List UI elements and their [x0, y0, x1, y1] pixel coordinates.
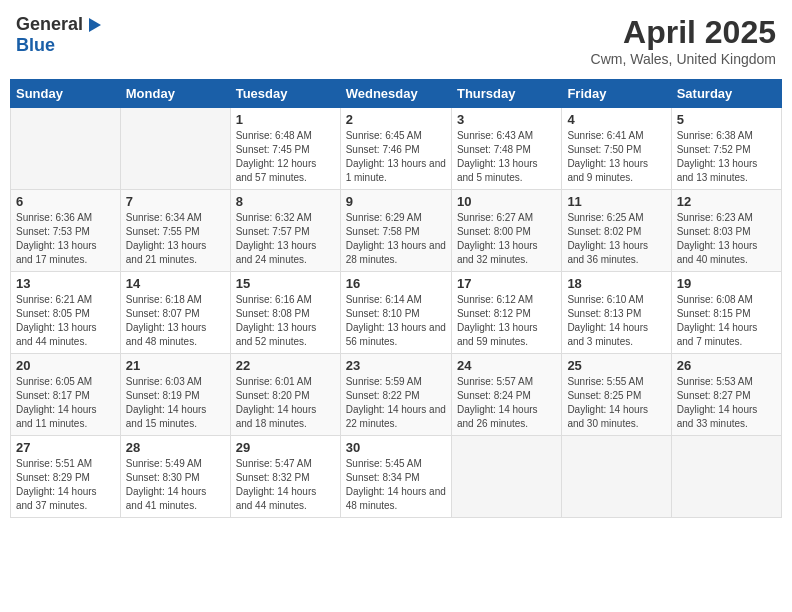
calendar-cell: 4Sunrise: 6:41 AM Sunset: 7:50 PM Daylig… [562, 108, 671, 190]
day-number: 2 [346, 112, 446, 127]
weekday-header-saturday: Saturday [671, 80, 781, 108]
calendar-table: SundayMondayTuesdayWednesdayThursdayFrid… [10, 79, 782, 518]
day-number: 13 [16, 276, 115, 291]
day-number: 3 [457, 112, 556, 127]
day-number: 18 [567, 276, 665, 291]
day-number: 26 [677, 358, 776, 373]
day-number: 12 [677, 194, 776, 209]
day-info: Sunrise: 6:38 AM Sunset: 7:52 PM Dayligh… [677, 129, 776, 185]
calendar-cell [11, 108, 121, 190]
calendar-cell: 2Sunrise: 6:45 AM Sunset: 7:46 PM Daylig… [340, 108, 451, 190]
calendar-cell: 5Sunrise: 6:38 AM Sunset: 7:52 PM Daylig… [671, 108, 781, 190]
logo-triangle-icon [85, 16, 103, 34]
day-number: 17 [457, 276, 556, 291]
day-number: 20 [16, 358, 115, 373]
day-info: Sunrise: 5:57 AM Sunset: 8:24 PM Dayligh… [457, 375, 556, 431]
calendar-week-row: 6Sunrise: 6:36 AM Sunset: 7:53 PM Daylig… [11, 190, 782, 272]
day-info: Sunrise: 6:01 AM Sunset: 8:20 PM Dayligh… [236, 375, 335, 431]
day-info: Sunrise: 6:27 AM Sunset: 8:00 PM Dayligh… [457, 211, 556, 267]
day-number: 4 [567, 112, 665, 127]
day-info: Sunrise: 6:48 AM Sunset: 7:45 PM Dayligh… [236, 129, 335, 185]
calendar-week-row: 20Sunrise: 6:05 AM Sunset: 8:17 PM Dayli… [11, 354, 782, 436]
location-subtitle: Cwm, Wales, United Kingdom [591, 51, 776, 67]
calendar-cell: 18Sunrise: 6:10 AM Sunset: 8:13 PM Dayli… [562, 272, 671, 354]
calendar-cell: 27Sunrise: 5:51 AM Sunset: 8:29 PM Dayli… [11, 436, 121, 518]
calendar-cell: 6Sunrise: 6:36 AM Sunset: 7:53 PM Daylig… [11, 190, 121, 272]
day-number: 10 [457, 194, 556, 209]
day-info: Sunrise: 6:41 AM Sunset: 7:50 PM Dayligh… [567, 129, 665, 185]
logo-general-text: General [16, 14, 83, 35]
day-info: Sunrise: 6:21 AM Sunset: 8:05 PM Dayligh… [16, 293, 115, 349]
day-number: 24 [457, 358, 556, 373]
day-info: Sunrise: 6:25 AM Sunset: 8:02 PM Dayligh… [567, 211, 665, 267]
calendar-header-row: SundayMondayTuesdayWednesdayThursdayFrid… [11, 80, 782, 108]
day-number: 14 [126, 276, 225, 291]
day-number: 5 [677, 112, 776, 127]
logo-blue-text: Blue [16, 35, 55, 56]
calendar-week-row: 27Sunrise: 5:51 AM Sunset: 8:29 PM Dayli… [11, 436, 782, 518]
calendar-cell: 21Sunrise: 6:03 AM Sunset: 8:19 PM Dayli… [120, 354, 230, 436]
calendar-cell: 30Sunrise: 5:45 AM Sunset: 8:34 PM Dayli… [340, 436, 451, 518]
calendar-cell: 20Sunrise: 6:05 AM Sunset: 8:17 PM Dayli… [11, 354, 121, 436]
day-info: Sunrise: 5:55 AM Sunset: 8:25 PM Dayligh… [567, 375, 665, 431]
weekday-header-monday: Monday [120, 80, 230, 108]
day-info: Sunrise: 6:43 AM Sunset: 7:48 PM Dayligh… [457, 129, 556, 185]
day-info: Sunrise: 6:10 AM Sunset: 8:13 PM Dayligh… [567, 293, 665, 349]
calendar-cell: 23Sunrise: 5:59 AM Sunset: 8:22 PM Dayli… [340, 354, 451, 436]
day-number: 29 [236, 440, 335, 455]
title-section: April 2025 Cwm, Wales, United Kingdom [591, 14, 776, 67]
calendar-cell: 1Sunrise: 6:48 AM Sunset: 7:45 PM Daylig… [230, 108, 340, 190]
day-info: Sunrise: 6:12 AM Sunset: 8:12 PM Dayligh… [457, 293, 556, 349]
calendar-cell: 26Sunrise: 5:53 AM Sunset: 8:27 PM Dayli… [671, 354, 781, 436]
day-info: Sunrise: 5:53 AM Sunset: 8:27 PM Dayligh… [677, 375, 776, 431]
calendar-week-row: 1Sunrise: 6:48 AM Sunset: 7:45 PM Daylig… [11, 108, 782, 190]
day-info: Sunrise: 5:45 AM Sunset: 8:34 PM Dayligh… [346, 457, 446, 513]
day-info: Sunrise: 6:18 AM Sunset: 8:07 PM Dayligh… [126, 293, 225, 349]
calendar-cell: 16Sunrise: 6:14 AM Sunset: 8:10 PM Dayli… [340, 272, 451, 354]
weekday-header-wednesday: Wednesday [340, 80, 451, 108]
day-info: Sunrise: 6:05 AM Sunset: 8:17 PM Dayligh… [16, 375, 115, 431]
weekday-header-tuesday: Tuesday [230, 80, 340, 108]
calendar-cell: 22Sunrise: 6:01 AM Sunset: 8:20 PM Dayli… [230, 354, 340, 436]
day-number: 7 [126, 194, 225, 209]
day-info: Sunrise: 6:32 AM Sunset: 7:57 PM Dayligh… [236, 211, 335, 267]
logo: General Blue [16, 14, 103, 56]
day-number: 23 [346, 358, 446, 373]
calendar-cell: 7Sunrise: 6:34 AM Sunset: 7:55 PM Daylig… [120, 190, 230, 272]
day-info: Sunrise: 6:03 AM Sunset: 8:19 PM Dayligh… [126, 375, 225, 431]
day-info: Sunrise: 5:47 AM Sunset: 8:32 PM Dayligh… [236, 457, 335, 513]
weekday-header-sunday: Sunday [11, 80, 121, 108]
day-number: 19 [677, 276, 776, 291]
weekday-header-thursday: Thursday [451, 80, 561, 108]
calendar-cell: 28Sunrise: 5:49 AM Sunset: 8:30 PM Dayli… [120, 436, 230, 518]
day-info: Sunrise: 6:16 AM Sunset: 8:08 PM Dayligh… [236, 293, 335, 349]
calendar-cell: 9Sunrise: 6:29 AM Sunset: 7:58 PM Daylig… [340, 190, 451, 272]
day-info: Sunrise: 6:29 AM Sunset: 7:58 PM Dayligh… [346, 211, 446, 267]
svg-marker-0 [89, 18, 101, 32]
day-number: 11 [567, 194, 665, 209]
day-info: Sunrise: 5:49 AM Sunset: 8:30 PM Dayligh… [126, 457, 225, 513]
day-number: 28 [126, 440, 225, 455]
calendar-cell [671, 436, 781, 518]
day-info: Sunrise: 6:34 AM Sunset: 7:55 PM Dayligh… [126, 211, 225, 267]
day-number: 8 [236, 194, 335, 209]
calendar-cell [451, 436, 561, 518]
day-info: Sunrise: 6:36 AM Sunset: 7:53 PM Dayligh… [16, 211, 115, 267]
calendar-cell: 8Sunrise: 6:32 AM Sunset: 7:57 PM Daylig… [230, 190, 340, 272]
day-number: 9 [346, 194, 446, 209]
day-info: Sunrise: 5:59 AM Sunset: 8:22 PM Dayligh… [346, 375, 446, 431]
day-number: 22 [236, 358, 335, 373]
day-number: 30 [346, 440, 446, 455]
calendar-week-row: 13Sunrise: 6:21 AM Sunset: 8:05 PM Dayli… [11, 272, 782, 354]
calendar-cell: 24Sunrise: 5:57 AM Sunset: 8:24 PM Dayli… [451, 354, 561, 436]
calendar-cell: 13Sunrise: 6:21 AM Sunset: 8:05 PM Dayli… [11, 272, 121, 354]
day-number: 16 [346, 276, 446, 291]
day-number: 1 [236, 112, 335, 127]
day-number: 27 [16, 440, 115, 455]
calendar-cell: 19Sunrise: 6:08 AM Sunset: 8:15 PM Dayli… [671, 272, 781, 354]
calendar-cell: 12Sunrise: 6:23 AM Sunset: 8:03 PM Dayli… [671, 190, 781, 272]
calendar-cell: 11Sunrise: 6:25 AM Sunset: 8:02 PM Dayli… [562, 190, 671, 272]
calendar-cell: 29Sunrise: 5:47 AM Sunset: 8:32 PM Dayli… [230, 436, 340, 518]
day-info: Sunrise: 6:23 AM Sunset: 8:03 PM Dayligh… [677, 211, 776, 267]
calendar-cell: 14Sunrise: 6:18 AM Sunset: 8:07 PM Dayli… [120, 272, 230, 354]
